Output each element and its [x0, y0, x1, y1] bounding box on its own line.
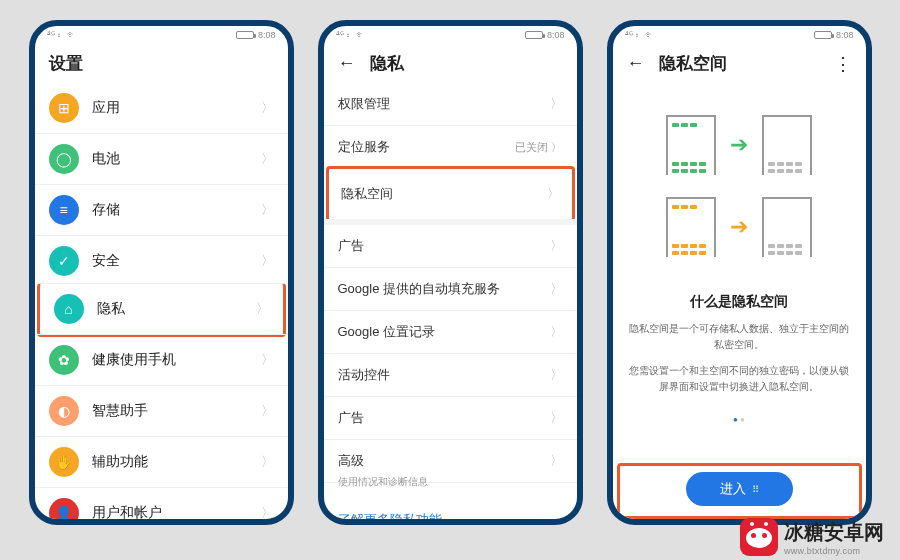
chevron-icon: 〉 [550, 323, 563, 341]
chevron-icon: 〉 [547, 185, 560, 203]
settings-item[interactable]: ✋辅助功能〉 [35, 436, 288, 487]
settings-item[interactable]: ◐智慧助手〉 [35, 385, 288, 436]
phone-privatespace: ⁴ᴳ ⠆ ᯤ 8:08 ← 隐私空间 ⋮ ➔ [607, 20, 872, 525]
statusbar: ⁴ᴳ ⠆ ᯤ 8:08 [613, 26, 866, 42]
item-label: 智慧助手 [92, 402, 248, 420]
phone-privacy: ⁴ᴳ ⠆ ᯤ 8:08 ← 隐私 权限管理〉定位服务已关闭 〉隐私空间〉广告〉G… [318, 20, 583, 525]
signal-icon: ⁴ᴳ ⠆ ᯤ [625, 30, 654, 40]
paw-icon: ⠿ [752, 484, 759, 495]
settings-item[interactable]: ✿健康使用手机〉 [35, 334, 288, 385]
learn-more-link[interactable]: 了解更多隐私功能 [324, 499, 577, 519]
brand-name: 冰糖安卓网 [784, 519, 884, 546]
item-label: 隐私空间 [341, 185, 393, 203]
item-label: 高级 [338, 452, 364, 470]
item-icon: ◐ [49, 396, 79, 426]
item-sublabel: 使用情况和诊断信息 [324, 475, 577, 499]
chevron-icon: 〉 [261, 351, 274, 369]
signal-icon: ⁴ᴳ ⠆ ᯤ [336, 30, 365, 40]
enter-highlight: 进入 ⠿ [617, 463, 862, 519]
item-label: 应用 [92, 99, 248, 117]
privacy-item[interactable]: Google 提供的自动填充服务〉 [324, 268, 577, 311]
chevron-icon: 〉 [550, 366, 563, 384]
item-label: 广告 [338, 237, 364, 255]
item-label: 电池 [92, 150, 248, 168]
statusbar: ⁴ᴳ ⠆ ᯤ 8:08 [35, 26, 288, 42]
chevron-icon: 〉 [550, 95, 563, 113]
back-icon[interactable]: ← [627, 53, 645, 74]
item-label: 存储 [92, 201, 248, 219]
intro-text-1: 隐私空间是一个可存储私人数据、独立于主空间的私密空间。 [629, 321, 850, 353]
item-value: 已关闭 〉 [515, 140, 562, 155]
item-label: 活动控件 [338, 366, 390, 384]
item-label: 安全 [92, 252, 248, 270]
chevron-icon: 〉 [261, 402, 274, 420]
header: ← 隐私 [324, 42, 577, 83]
item-icon: 👤 [49, 498, 79, 519]
intro-title: 什么是隐私空间 [690, 293, 788, 311]
item-icon: ≡ [49, 195, 79, 225]
page-title: 隐私 [370, 52, 404, 75]
chevron-icon: 〉 [261, 150, 274, 168]
enter-label: 进入 [720, 480, 746, 498]
privacy-item[interactable]: 活动控件〉 [324, 354, 577, 397]
settings-item[interactable]: ◯电池〉 [35, 133, 288, 184]
illustration-row-2: ➔ [666, 197, 812, 257]
page-title: 设置 [49, 52, 83, 75]
brand-url: www.btxtdmy.com [784, 546, 884, 556]
privacy-item[interactable]: 广告〉 [324, 219, 577, 268]
privacy-item[interactable]: 定位服务已关闭 〉 [324, 126, 577, 169]
status-time: 8:08 [547, 30, 565, 40]
chevron-icon: 〉 [261, 453, 274, 471]
chevron-icon: 〉 [261, 252, 274, 270]
privacy-item[interactable]: 广告〉 [324, 397, 577, 440]
back-icon[interactable]: ← [338, 53, 356, 74]
settings-list: ⊞应用〉◯电池〉≡存储〉✓安全〉⌂隐私〉✿健康使用手机〉◐智慧助手〉✋辅助功能〉… [35, 83, 288, 519]
item-icon: ◯ [49, 144, 79, 174]
intro-text-2: 您需设置一个和主空间不同的独立密码，以便从锁屏界面和设置中切换进入隐私空间。 [629, 363, 850, 395]
item-label: Google 提供的自动填充服务 [338, 280, 501, 298]
settings-item[interactable]: ≡存储〉 [35, 184, 288, 235]
item-label: 定位服务 [338, 138, 390, 156]
item-icon: ⊞ [49, 93, 79, 123]
item-label: 权限管理 [338, 95, 390, 113]
statusbar: ⁴ᴳ ⠆ ᯤ 8:08 [324, 26, 577, 42]
chevron-icon: 〉 [261, 201, 274, 219]
chevron-icon: 〉 [261, 99, 274, 117]
item-label: Google 位置记录 [338, 323, 436, 341]
settings-item[interactable]: 👤用户和帐户〉 [35, 487, 288, 519]
item-icon: ⌂ [54, 294, 84, 324]
chevron-icon: 〉 [550, 452, 563, 470]
item-icon: ✋ [49, 447, 79, 477]
header: 设置 [35, 42, 288, 83]
header: ← 隐私空间 ⋮ [613, 42, 866, 83]
privacy-item[interactable]: 隐私空间〉 [326, 166, 575, 222]
status-time: 8:08 [258, 30, 276, 40]
chevron-icon: 〉 [261, 504, 274, 519]
settings-item[interactable]: ✓安全〉 [35, 235, 288, 286]
item-label: 隐私 [97, 300, 243, 318]
more-icon[interactable]: ⋮ [834, 53, 852, 75]
chevron-icon: 〉 [550, 280, 563, 298]
chevron-icon: 〉 [550, 237, 563, 255]
page-indicator: ● ● [733, 415, 745, 424]
item-icon: ✓ [49, 246, 79, 276]
privacy-item[interactable]: Google 位置记录〉 [324, 311, 577, 354]
settings-item[interactable]: ⊞应用〉 [35, 83, 288, 133]
illustration-row-1: ➔ [666, 115, 812, 175]
signal-icon: ⁴ᴳ ⠆ ᯤ [47, 30, 76, 40]
item-label: 健康使用手机 [92, 351, 248, 369]
arrow-icon: ➔ [730, 214, 748, 240]
phone-settings: ⁴ᴳ ⠆ ᯤ 8:08 设置 ⊞应用〉◯电池〉≡存储〉✓安全〉⌂隐私〉✿健康使用… [29, 20, 294, 525]
intro-screen: ➔ ➔ [613, 83, 866, 519]
arrow-icon: ➔ [730, 132, 748, 158]
privacy-item[interactable]: 权限管理〉 [324, 83, 577, 126]
item-label: 广告 [338, 409, 364, 427]
item-icon: ✿ [49, 345, 79, 375]
page-title: 隐私空间 [659, 52, 727, 75]
chevron-icon: 〉 [550, 409, 563, 427]
status-time: 8:08 [836, 30, 854, 40]
settings-item[interactable]: ⌂隐私〉 [37, 283, 286, 337]
item-label: 辅助功能 [92, 453, 248, 471]
enter-button[interactable]: 进入 ⠿ [686, 472, 793, 506]
chevron-icon: 〉 [256, 300, 269, 318]
